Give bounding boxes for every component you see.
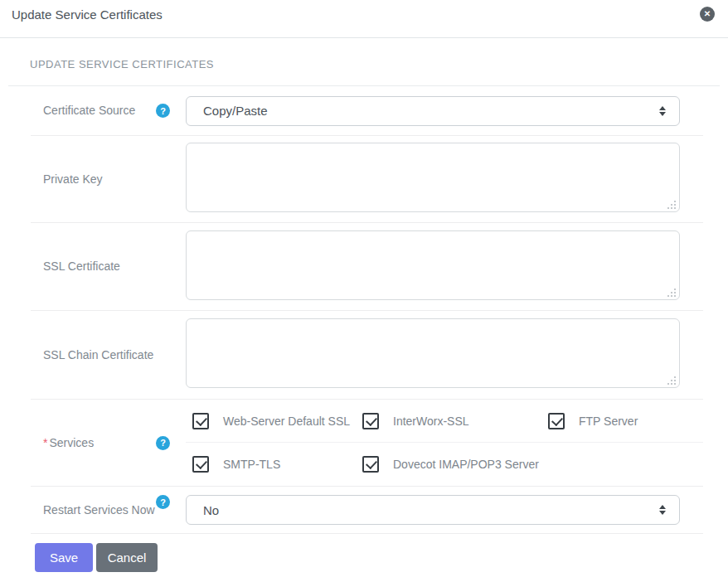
private-key-label: Private Key [31,172,156,187]
checkbox-label[interactable]: InterWorx-SSL [393,415,469,428]
form-row-private-key: Private Key [31,136,703,223]
checkbox-label[interactable]: SMTP-TLS [223,458,280,471]
certificate-form: Certificate Source Copy/Paste Private Ke… [31,86,703,534]
cancel-button[interactable]: Cancel [96,543,158,572]
checkbox-interworx-ssl[interactable] [362,413,379,429]
checkbox-dovecot-imap-pop3-server[interactable] [362,456,379,473]
form-actions: Save Cancel [35,543,728,572]
save-button[interactable]: Save [35,543,93,572]
resize-grip-icon[interactable] [667,376,677,385]
certificate-source-select[interactable]: Copy/Paste [186,96,680,126]
certificate-source-value: Copy/Paste [203,104,268,118]
modal-header: Update Service Certificates [0,0,728,38]
certificate-source-label: Certificate Source [31,103,156,119]
checkbox-label[interactable]: Dovecot IMAP/POP3 Server [393,458,539,471]
help-icon[interactable] [156,436,170,450]
required-marker: * [43,436,47,449]
close-icon [704,10,711,18]
checkbox-label[interactable]: Web-Server Default SSL [223,415,350,428]
select-arrows-icon [659,505,666,515]
ssl-certificate-textarea[interactable] [186,230,680,300]
form-row-ssl-chain-certificate: SSL Chain Certificate [31,311,703,400]
resize-grip-icon[interactable] [667,288,677,297]
close-button[interactable] [700,7,715,22]
restart-services-now-select[interactable]: No [186,495,680,525]
restart-services-now-label: Restart Services Now [31,502,156,518]
checkbox-web-server-default-ssl[interactable] [192,413,209,429]
services-checkbox-row: SMTP-TLS Dovecot IMAP/POP3 Server [186,443,703,486]
checkbox-ftp-server[interactable] [548,413,565,429]
form-row-ssl-certificate: SSL Certificate [31,223,703,311]
select-arrows-icon [659,106,666,116]
help-icon[interactable] [156,104,170,118]
services-checkbox-row: Web-Server Default SSL InterWorx-SSL FTP… [186,400,703,443]
resize-grip-icon[interactable] [667,200,677,209]
form-row-restart-services-now: Restart Services Now No [31,487,703,534]
ssl-chain-certificate-textarea[interactable] [186,318,680,388]
help-icon[interactable] [156,495,170,509]
checkbox-label[interactable]: FTP Server [579,415,638,428]
page-title: Update Service Certificates [12,7,163,22]
private-key-textarea[interactable] [186,143,680,212]
checkbox-smtp-tls[interactable] [192,456,209,473]
ssl-chain-certificate-label: SSL Chain Certificate [31,347,156,363]
restart-services-now-value: No [203,503,219,517]
form-row-services: *Services Web-Server Default SSL InterWo… [31,400,703,487]
services-label: *Services [31,435,156,451]
section-heading: UPDATE SERVICE CERTIFICATES [30,58,728,71]
form-row-certificate-source: Certificate Source Copy/Paste [31,86,703,136]
ssl-certificate-label: SSL Certificate [31,259,156,274]
